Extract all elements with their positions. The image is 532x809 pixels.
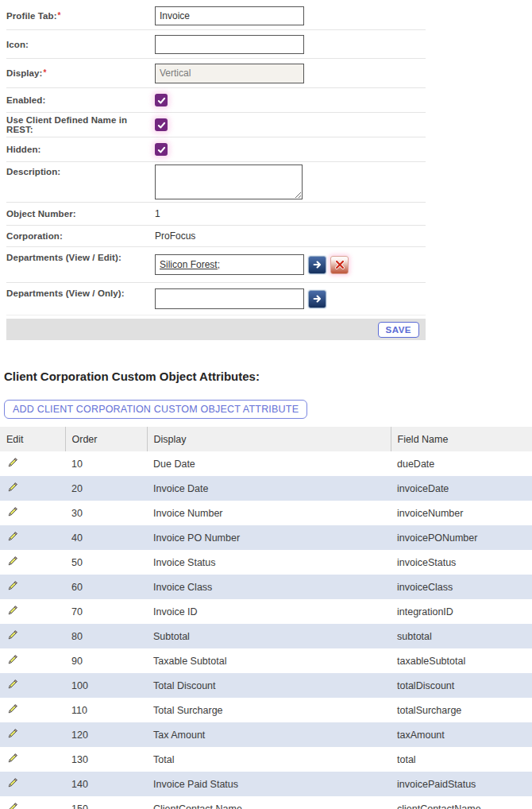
cell-order: 150 xyxy=(65,796,147,809)
cell-field-name: invoiceNumber xyxy=(391,501,532,525)
table-row: 100 Total Discount totalDiscount xyxy=(0,673,532,698)
custom-object-form: Profile Tab:* Icon: Display:* Enabled: U… xyxy=(6,2,426,340)
form-row-object-number: Object Number: 1 xyxy=(6,203,426,226)
departments-only-open-button[interactable] xyxy=(308,290,326,308)
attributes-table: Edit Order Display Field Name 10 Due Dat… xyxy=(0,427,532,809)
form-row-enabled: Enabled: xyxy=(6,88,426,113)
cell-field-name: invoiceStatus xyxy=(391,550,532,575)
cell-field-name: taxableSubtotal xyxy=(391,648,532,673)
cell-field-name: subtotal xyxy=(391,624,532,648)
description-label: Description: xyxy=(6,165,155,176)
cell-field-name: invoicePONumber xyxy=(391,525,532,550)
icon-label: Icon: xyxy=(6,40,155,49)
arrow-right-icon xyxy=(312,293,323,304)
profile-tab-input[interactable] xyxy=(155,6,304,25)
departments-only-label: Departments (View / Only): xyxy=(6,285,155,298)
edit-pencil-icon[interactable] xyxy=(6,457,18,469)
profile-tab-label: Profile Tab:* xyxy=(6,11,155,21)
edit-pencil-icon[interactable] xyxy=(6,555,18,567)
edit-pencil-icon[interactable] xyxy=(6,777,18,789)
cell-field-name: totalSurcharge xyxy=(391,698,532,722)
table-row: 30 Invoice Number invoiceNumber xyxy=(0,501,532,525)
table-row: 140 Invoice Paid Status invoicePaidStatu… xyxy=(0,772,532,796)
cell-order: 130 xyxy=(65,747,147,772)
departments-edit-remove-button[interactable] xyxy=(330,256,349,274)
cell-display: Invoice Date xyxy=(147,476,391,501)
table-row: 20 Invoice Date invoiceDate xyxy=(0,476,532,501)
form-row-icon: Icon: xyxy=(6,30,426,59)
departments-edit-picker[interactable]: Silicon Forest; xyxy=(155,254,304,275)
object-number-value: 1 xyxy=(155,208,160,219)
enabled-label: Enabled: xyxy=(6,95,155,105)
add-attribute-button[interactable]: ADD CLIENT CORPORATION CUSTOM OBJECT ATT… xyxy=(4,400,307,419)
form-row-departments-only: Departments (View / Only): xyxy=(6,283,426,315)
form-row-description: Description: xyxy=(6,162,426,203)
section-heading: Client Corporation Custom Object Attribu… xyxy=(4,370,532,383)
table-row: 60 Invoice Class invoiceClass xyxy=(0,575,532,599)
cell-display: Due Date xyxy=(147,451,391,476)
cell-order: 40 xyxy=(65,525,147,550)
edit-pencil-icon[interactable] xyxy=(6,753,18,764)
rest-name-checkbox[interactable] xyxy=(155,118,168,131)
display-input[interactable] xyxy=(155,64,304,83)
cell-field-name: dueDate xyxy=(391,451,532,476)
cell-order: 110 xyxy=(65,698,147,722)
departments-only-picker[interactable] xyxy=(155,288,304,309)
table-row: 10 Due Date dueDate xyxy=(0,451,532,476)
table-row: 110 Total Surcharge totalSurcharge xyxy=(0,698,532,722)
edit-pencil-icon[interactable] xyxy=(6,703,18,715)
edit-pencil-icon[interactable] xyxy=(6,654,18,666)
form-row-rest-name: Use Client Defined Name in REST: xyxy=(6,113,426,137)
cell-display: Invoice PO Number xyxy=(147,525,391,550)
cell-field-name: taxAmount xyxy=(391,722,532,747)
column-header-edit: Edit xyxy=(0,427,65,451)
table-row: 90 Taxable Subtotal taxableSubtotal xyxy=(0,648,532,673)
departments-edit-selected-link[interactable]: Silicon Forest; xyxy=(160,259,220,270)
cell-order: 140 xyxy=(65,772,147,796)
cell-field-name: invoiceClass xyxy=(391,575,532,599)
cell-display: Subtotal xyxy=(147,624,391,648)
save-button[interactable]: SAVE xyxy=(378,322,419,338)
edit-pencil-icon[interactable] xyxy=(6,728,18,740)
edit-pencil-icon[interactable] xyxy=(6,531,18,543)
arrow-right-icon xyxy=(312,259,323,270)
cell-order: 60 xyxy=(65,575,147,599)
edit-pencil-icon[interactable] xyxy=(6,605,18,617)
delete-x-icon xyxy=(334,259,345,270)
edit-pencil-icon[interactable] xyxy=(6,580,18,592)
cell-display: Invoice Class xyxy=(147,575,391,599)
cell-order: 90 xyxy=(65,648,147,673)
object-number-label: Object Number: xyxy=(6,209,155,219)
corporation-label: Corporation: xyxy=(6,231,155,241)
edit-pencil-icon[interactable] xyxy=(6,629,18,641)
table-row: 150 ClientContact Name clientContactName xyxy=(0,796,532,809)
required-asterisk: * xyxy=(44,68,47,77)
cell-order: 30 xyxy=(65,501,147,525)
table-row: 40 Invoice PO Number invoicePONumber xyxy=(0,525,532,550)
form-row-corporation: Corporation: ProFocus xyxy=(6,226,426,247)
form-footer-bar: SAVE xyxy=(6,319,426,340)
display-label: Display:* xyxy=(6,68,155,78)
table-row: 80 Subtotal subtotal xyxy=(0,624,532,648)
edit-pencil-icon[interactable] xyxy=(6,802,18,809)
cell-order: 70 xyxy=(65,599,147,624)
required-asterisk: * xyxy=(58,11,61,20)
edit-pencil-icon[interactable] xyxy=(6,482,18,494)
cell-display: Invoice Paid Status xyxy=(147,772,391,796)
edit-pencil-icon[interactable] xyxy=(6,506,18,518)
cell-field-name: totalDiscount xyxy=(391,673,532,698)
cell-field-name: integrationID xyxy=(391,599,532,624)
edit-pencil-icon[interactable] xyxy=(6,679,18,691)
hidden-checkbox[interactable] xyxy=(155,143,168,156)
cell-display: Total Discount xyxy=(147,673,391,698)
icon-input[interactable] xyxy=(155,35,304,54)
cell-display: Total Surcharge xyxy=(147,698,391,722)
cell-display: Tax Amount xyxy=(147,722,391,747)
description-textarea[interactable] xyxy=(155,165,303,199)
departments-edit-open-button[interactable] xyxy=(308,256,326,274)
cell-order: 20 xyxy=(65,476,147,501)
table-row: 50 Invoice Status invoiceStatus xyxy=(0,550,532,575)
enabled-checkbox[interactable] xyxy=(155,94,168,106)
form-row-display: Display:* xyxy=(6,59,426,88)
table-row: 130 Total total xyxy=(0,747,532,772)
